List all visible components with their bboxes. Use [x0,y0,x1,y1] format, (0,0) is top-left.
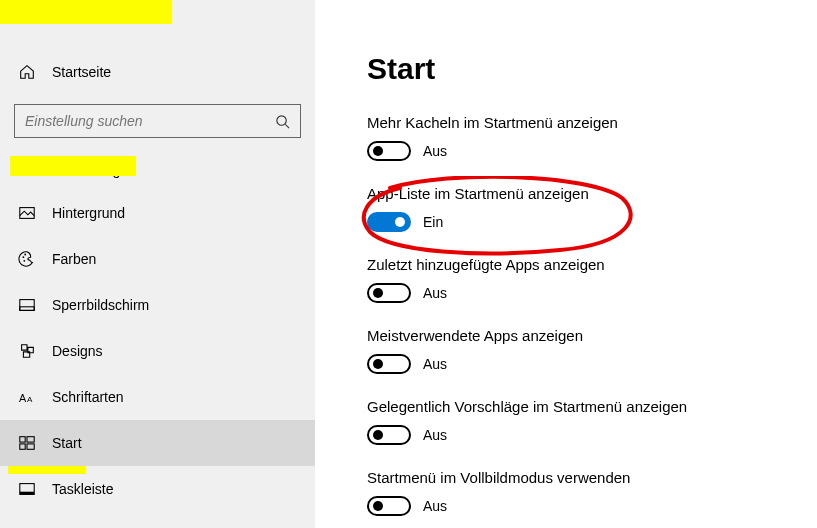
setting-more-tiles: Mehr Kacheln im Startmenü anzeigen Aus [367,114,817,161]
sidebar-item-home[interactable]: Startseite [0,50,315,94]
svg-rect-10 [27,437,34,442]
search-icon [275,114,290,129]
setting-label: Meistverwendete Apps anzeigen [367,327,817,344]
palette-icon [18,250,36,268]
sidebar-category: Personalisierung [0,148,315,190]
sidebar-item-hintergrund[interactable]: Hintergrund [0,190,315,236]
svg-rect-11 [20,444,25,449]
search-field[interactable] [25,113,275,129]
toggle-state: Aus [423,285,447,301]
home-label: Startseite [52,64,111,80]
themes-icon [18,342,36,360]
sidebar-item-label: Farben [52,251,96,267]
svg-point-4 [23,260,25,262]
page-title: Start [367,52,817,86]
toggle-state: Aus [423,143,447,159]
picture-icon [18,204,36,222]
home-icon [18,63,36,81]
setting-recent-apps: Zuletzt hinzugefügte Apps anzeigen Aus [367,256,817,303]
back-icon[interactable] [12,9,26,23]
svg-rect-9 [20,437,25,442]
toggle-state: Ein [423,214,443,230]
sidebar-item-start[interactable]: Start [0,420,315,466]
svg-text:A: A [19,392,27,404]
setting-most-used: Meistverwendete Apps anzeigen Aus [367,327,817,374]
sidebar-item-label: Sperrbildschirm [52,297,149,313]
titlebar: Einstellungen [0,0,315,32]
setting-label: Mehr Kacheln im Startmenü anzeigen [367,114,817,131]
sidebar-item-sperrbildschirm[interactable]: Sperrbildschirm [0,282,315,328]
setting-label: App-Liste im Startmenü anzeigen [367,185,817,202]
svg-point-2 [23,256,25,258]
fonts-icon: AA [18,388,36,406]
search-input[interactable] [14,104,301,138]
setting-fullscreen: Startmenü im Vollbildmodus verwenden Aus [367,469,817,516]
toggle-fullscreen[interactable] [367,496,411,516]
taskbar-icon [18,480,36,498]
sidebar-item-taskleiste[interactable]: Taskleiste [0,466,315,512]
toggle-suggestions[interactable] [367,425,411,445]
start-icon [18,434,36,452]
sidebar-item-farben[interactable]: Farben [0,236,315,282]
toggle-app-list[interactable] [367,212,411,232]
setting-app-list: App-Liste im Startmenü anzeigen Ein [367,185,817,232]
svg-rect-6 [20,307,34,311]
toggle-most-used[interactable] [367,354,411,374]
sidebar-item-label: Taskleiste [52,481,113,497]
svg-text:A: A [27,395,33,404]
toggle-more-tiles[interactable] [367,141,411,161]
toggle-state: Aus [423,427,447,443]
svg-point-0 [277,115,286,124]
setting-label: Zuletzt hinzugefügte Apps anzeigen [367,256,817,273]
svg-rect-14 [20,492,34,495]
sidebar-item-label: Hintergrund [52,205,125,221]
svg-rect-5 [20,300,34,311]
sidebar-item-label: Designs [52,343,103,359]
toggle-recent-apps[interactable] [367,283,411,303]
setting-label: Gelegentlich Vorschläge im Startmenü anz… [367,398,817,415]
main-content: Start Mehr Kacheln im Startmenü anzeigen… [315,0,817,528]
window-title: Einstellungen [50,9,122,23]
lockscreen-icon [18,296,36,314]
setting-suggestions: Gelegentlich Vorschläge im Startmenü anz… [367,398,817,445]
sidebar-item-designs[interactable]: Designs [0,328,315,374]
sidebar: Einstellungen Startseite Personalisierun… [0,0,315,528]
svg-point-3 [24,254,26,256]
sidebar-item-label: Schriftarten [52,389,124,405]
setting-label: Startmenü im Vollbildmodus verwenden [367,469,817,486]
sidebar-item-label: Start [52,435,82,451]
svg-rect-12 [27,444,34,449]
sidebar-item-schriftarten[interactable]: AA Schriftarten [0,374,315,420]
toggle-state: Aus [423,356,447,372]
toggle-state: Aus [423,498,447,514]
